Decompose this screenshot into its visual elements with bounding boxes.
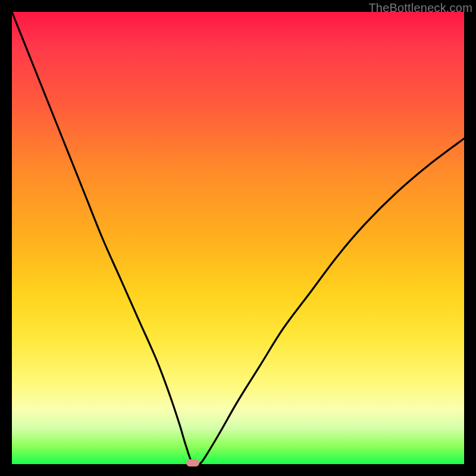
bottleneck-curve	[12, 12, 464, 464]
watermark-text: TheBottleneck.com	[368, 1, 472, 15]
optimum-marker	[186, 459, 199, 466]
curve-path	[12, 12, 464, 464]
plot-area	[12, 12, 464, 464]
chart-container: TheBottleneck.com	[0, 0, 476, 476]
